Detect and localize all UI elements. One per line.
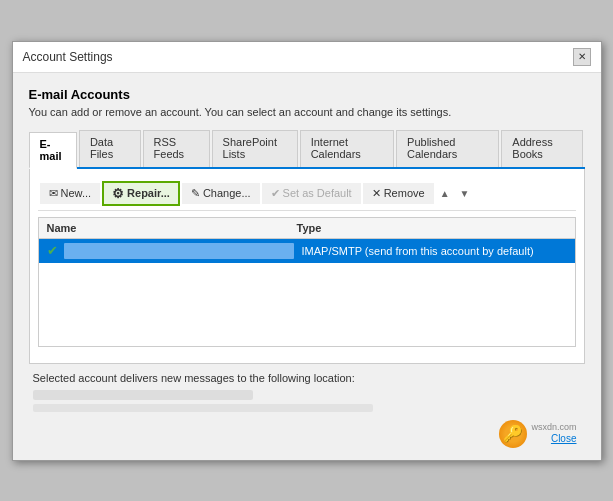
tab-email[interactable]: E-mail	[29, 132, 77, 169]
watermark-area: 🔑 wsxdn.com Close	[29, 416, 585, 450]
account-settings-window: Account Settings ✕ E-mail Accounts You c…	[12, 41, 602, 461]
account-type: IMAP/SMTP (send from this account by def…	[302, 245, 567, 257]
watermark-text: wsxdn.com Close	[531, 422, 576, 445]
table-row[interactable]: ✔ IMAP/SMTP (send from this account by d…	[39, 239, 575, 263]
page-description: You can add or remove an account. You ca…	[29, 106, 585, 118]
content-area: E-mail Accounts You can add or remove an…	[13, 73, 601, 460]
change-button[interactable]: ✎ Change...	[182, 183, 260, 204]
col-type-header: Type	[297, 222, 567, 234]
change-label: Change...	[203, 187, 251, 199]
tab-published-calendars[interactable]: Published Calendars	[396, 130, 499, 167]
tab-internet-calendars[interactable]: Internet Calendars	[300, 130, 394, 167]
remove-label: Remove	[384, 187, 425, 199]
table-header: Name Type	[39, 218, 575, 239]
footer-area: Selected account delivers new messages t…	[29, 364, 585, 416]
move-down-button[interactable]: ▼	[456, 186, 474, 201]
page-title: E-mail Accounts	[29, 87, 585, 102]
change-icon: ✎	[191, 187, 200, 200]
set-default-label: Set as Default	[283, 187, 352, 199]
footer-label: Selected account delivers new messages t…	[33, 372, 581, 384]
tab-data-files[interactable]: Data Files	[79, 130, 141, 167]
new-label: New...	[61, 187, 92, 199]
repair-icon: ⚙	[112, 186, 124, 201]
watermark-close-link[interactable]: Close	[551, 433, 577, 444]
set-default-button[interactable]: ✔ Set as Default	[262, 183, 361, 204]
move-up-button[interactable]: ▲	[436, 186, 454, 201]
toolbar: ✉ New... ⚙ Repair... ✎ Change... ✔ Set a…	[38, 177, 576, 211]
col-name-header: Name	[47, 222, 297, 234]
window-title: Account Settings	[23, 50, 113, 64]
watermark-logo: 🔑 wsxdn.com Close	[499, 420, 576, 448]
account-name	[64, 243, 294, 259]
watermark-site: wsxdn.com	[531, 422, 576, 433]
new-icon: ✉	[49, 187, 58, 200]
tab-bar: E-mail Data Files RSS Feeds SharePoint L…	[29, 130, 585, 169]
remove-icon: ✕	[372, 187, 381, 200]
tab-content: ✉ New... ⚙ Repair... ✎ Change... ✔ Set a…	[29, 169, 585, 364]
repair-label: Repair...	[127, 187, 170, 199]
checkmark-icon: ✔	[271, 187, 280, 200]
remove-button[interactable]: ✕ Remove	[363, 183, 434, 204]
watermark-icon: 🔑	[499, 420, 527, 448]
footer-blurred-line2	[33, 404, 373, 412]
repair-button[interactable]: ⚙ Repair...	[102, 181, 180, 206]
account-default-icon: ✔	[47, 243, 58, 258]
tab-sharepoint-lists[interactable]: SharePoint Lists	[212, 130, 298, 167]
new-button[interactable]: ✉ New...	[40, 183, 101, 204]
title-bar: Account Settings ✕	[13, 42, 601, 73]
window-close-button[interactable]: ✕	[573, 48, 591, 66]
tab-address-books[interactable]: Address Books	[501, 130, 582, 167]
tab-rss-feeds[interactable]: RSS Feeds	[143, 130, 210, 167]
footer-blurred-line1	[33, 390, 253, 400]
accounts-table: Name Type ✔ IMAP/SMTP (send from this ac…	[38, 217, 576, 347]
